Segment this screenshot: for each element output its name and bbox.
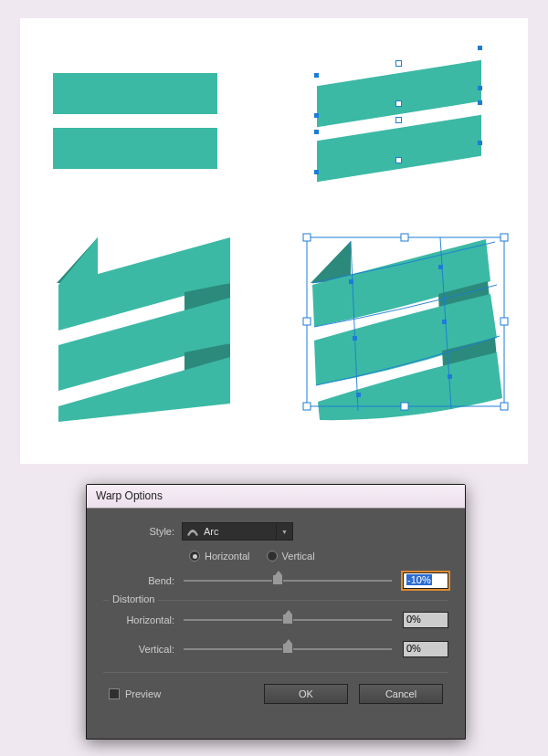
anchor-point[interactable]	[314, 130, 319, 134]
bend-label: Bend:	[103, 575, 182, 586]
style-label: Style:	[103, 526, 182, 537]
anchor-point[interactable]	[478, 141, 482, 145]
anchor-point[interactable]	[478, 100, 482, 105]
distortion-fieldset: Distortion Horizontal: 0% Vertical: 0%	[103, 600, 448, 659]
preview-checkbox[interactable]: Preview	[109, 688, 161, 699]
style-value: Arc	[204, 526, 219, 537]
style-dropdown[interactable]: Arc	[182, 522, 293, 541]
ok-button[interactable]: OK	[264, 684, 348, 704]
anchor-point[interactable]	[314, 73, 319, 78]
shape-rect-2	[53, 128, 217, 169]
selection-handles	[317, 46, 481, 178]
checkbox-icon	[109, 688, 120, 699]
radio-label: Vertical	[282, 551, 315, 562]
anchor-point[interactable]	[314, 113, 319, 118]
anchor-point[interactable]	[478, 46, 482, 50]
distortion-legend: Distortion	[109, 593, 158, 604]
slider-thumb[interactable]	[282, 614, 293, 625]
warp-options-dialog: Warp Options Style: Arc Horizontal Verti…	[86, 484, 466, 740]
svg-rect-26	[448, 374, 452, 379]
distortion-v-slider[interactable]	[184, 648, 392, 650]
svg-rect-16	[303, 403, 311, 410]
slider-thumb[interactable]	[282, 643, 293, 654]
orientation-vertical-radio[interactable]: Vertical	[267, 551, 315, 562]
svg-rect-15	[501, 318, 508, 325]
dialog-title: Warp Options	[96, 489, 163, 502]
svg-rect-23	[353, 336, 357, 341]
distortion-v-label: Vertical:	[103, 644, 182, 655]
distortion-v-value-input[interactable]: 0%	[403, 641, 448, 657]
anchor-point[interactable]	[395, 117, 402, 123]
cancel-button[interactable]: Cancel	[359, 684, 443, 704]
shape-rect-1	[53, 73, 217, 114]
svg-rect-24	[442, 320, 447, 324]
dialog-titlebar[interactable]: Warp Options	[87, 485, 465, 509]
radio-label: Horizontal	[205, 551, 250, 562]
svg-rect-14	[303, 318, 311, 325]
distortion-h-slider[interactable]	[184, 619, 392, 621]
preview-label: Preview	[125, 688, 161, 699]
artboard	[20, 18, 528, 464]
anchor-point[interactable]	[395, 100, 402, 107]
arc-icon	[186, 526, 199, 537]
svg-rect-13	[501, 234, 508, 241]
svg-rect-21	[349, 279, 353, 284]
svg-rect-25	[356, 393, 361, 397]
bend-value-input[interactable]: -10%	[403, 572, 448, 589]
divider	[103, 672, 448, 673]
svg-rect-18	[501, 403, 508, 410]
anchor-point[interactable]	[478, 86, 482, 90]
ribbon-shape-flat	[47, 228, 244, 425]
radio-dot-icon	[267, 551, 278, 562]
orientation-horizontal-radio[interactable]: Horizontal	[189, 551, 250, 562]
svg-line-19	[351, 241, 358, 411]
anchor-point[interactable]	[395, 157, 402, 163]
svg-rect-12	[401, 234, 408, 241]
slider-thumb[interactable]	[272, 574, 283, 585]
svg-rect-11	[303, 234, 311, 241]
svg-rect-17	[401, 403, 408, 410]
chevron-down-icon	[276, 523, 292, 540]
distortion-h-label: Horizontal:	[103, 614, 182, 625]
anchor-point[interactable]	[395, 60, 402, 67]
anchor-point[interactable]	[314, 170, 319, 174]
svg-rect-22	[438, 265, 443, 269]
distortion-h-value-input[interactable]: 0%	[403, 612, 448, 628]
bend-slider[interactable]	[184, 580, 392, 582]
radio-dot-icon	[189, 551, 200, 562]
ribbon-shape-warped[interactable]	[294, 228, 513, 425]
